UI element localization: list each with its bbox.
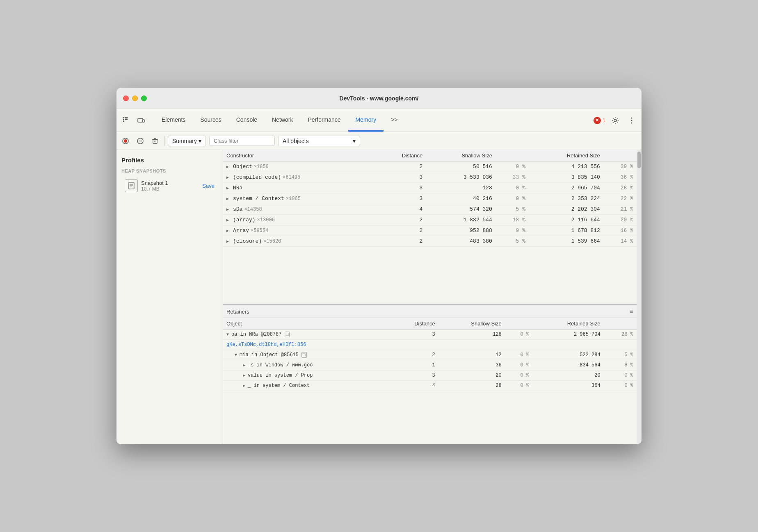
ret-cell-retained: 834 564 bbox=[532, 360, 604, 371]
heap-table-row[interactable]: ▶ (array) ×13006 2 1 882 544 18 % 2 116 … bbox=[223, 215, 637, 225]
heap-cell-retained-pct: 36 % bbox=[603, 172, 637, 183]
heap-tbody: ▶ Object ×1856 2 50 516 0 % 4 213 556 39… bbox=[223, 161, 637, 247]
tab-more[interactable]: >> bbox=[384, 109, 405, 132]
ret-cell-shallow: 36 bbox=[438, 360, 505, 371]
heap-table: Constructor Distance Shallow Size Retain… bbox=[223, 150, 637, 247]
retainer-table-row[interactable]: ▼ oa in NRa @208787 □ 3 128 0 % 2 965 70… bbox=[223, 330, 637, 340]
ret-cell-shallow: 12 bbox=[438, 350, 505, 360]
svg-rect-4 bbox=[123, 120, 124, 122]
class-filter-input[interactable] bbox=[209, 136, 275, 146]
close-button[interactable] bbox=[123, 95, 129, 101]
col-shallow-pct bbox=[495, 150, 529, 161]
expand-arrow: ▶ bbox=[226, 218, 231, 223]
heap-cell-shallow-pct: 0 % bbox=[495, 193, 529, 204]
summary-dropdown[interactable]: Summary ▾ bbox=[168, 136, 206, 146]
titlebar: DevTools - www.google.com/ bbox=[116, 88, 642, 109]
retainers-label: Retainers bbox=[226, 309, 249, 315]
tab-performance[interactable]: Performance bbox=[300, 109, 348, 132]
heap-cell-distance: 2 bbox=[374, 225, 426, 236]
scrollbar-thumb[interactable] bbox=[637, 152, 641, 168]
ret-cell-shallow-pct: 0 % bbox=[505, 360, 532, 371]
heap-cell-retained: 2 353 224 bbox=[529, 193, 603, 204]
minimize-button[interactable] bbox=[132, 95, 138, 101]
retainer-table-row[interactable]: ▶ _ in system / Context 4 28 0 % 364 0 % bbox=[223, 381, 637, 391]
retainers-menu-icon[interactable]: ≡ bbox=[630, 308, 633, 315]
heap-cell-retained: 2 202 304 bbox=[529, 204, 603, 215]
col-retained-pct bbox=[603, 150, 637, 161]
responsive-icon[interactable] bbox=[135, 114, 148, 127]
heap-cell-shallow: 952 888 bbox=[426, 225, 495, 236]
error-icon: ✕ bbox=[594, 117, 601, 124]
heap-cell-shallow-pct: 0 % bbox=[495, 161, 529, 172]
retainer-table-row[interactable]: ▶ value in system / Prop 3 20 0 % 20 0 % bbox=[223, 371, 637, 381]
expand-arrow: ▶ bbox=[226, 186, 231, 191]
cursor-icon[interactable] bbox=[120, 114, 133, 127]
heap-table-row[interactable]: ▶ NRa 3 128 0 % 2 965 704 28 % bbox=[223, 183, 637, 193]
snapshot-info: Snapshot 1 10.7 MB bbox=[141, 180, 199, 192]
nav-right: ✕ 1 bbox=[594, 114, 638, 127]
settings-icon[interactable] bbox=[609, 114, 622, 127]
ret-cell-distance bbox=[390, 340, 438, 350]
ret-cell-shallow: 28 bbox=[438, 381, 505, 391]
retainer-table-row[interactable]: ▶ _s in Window / www.goo 1 36 0 % 834 56… bbox=[223, 360, 637, 371]
heap-table-row[interactable]: ▶ Array ×59554 2 952 888 9 % 1 678 812 1… bbox=[223, 225, 637, 236]
delete-button[interactable] bbox=[149, 135, 161, 147]
heap-cell-retained-pct: 22 % bbox=[603, 193, 637, 204]
ret-col-retained-pct bbox=[604, 318, 637, 330]
scrollbar-track[interactable] bbox=[637, 150, 642, 444]
svg-rect-0 bbox=[123, 117, 124, 118]
heap-table-row[interactable]: ▶ sDa ×14358 4 574 320 5 % 2 202 304 21 … bbox=[223, 204, 637, 215]
ret-cell-object: ▶ _ in system / Context bbox=[223, 381, 390, 391]
heap-table-row[interactable]: ▶ (closure) ×15620 2 483 380 5 % 1 539 6… bbox=[223, 236, 637, 247]
ret-col-shallow-pct bbox=[505, 318, 532, 330]
record-button[interactable] bbox=[120, 135, 131, 147]
tab-network[interactable]: Network bbox=[265, 109, 300, 132]
tab-console[interactable]: Console bbox=[229, 109, 265, 132]
heap-table-row[interactable]: ▶ system / Context ×1065 3 40 216 0 % 2 … bbox=[223, 193, 637, 204]
all-objects-dropdown[interactable]: All objects ▾ bbox=[278, 136, 360, 146]
retainer-table-row[interactable]: ▼ mia in Object @85615 □ 2 12 0 % 522 28… bbox=[223, 350, 637, 360]
ret-cell-distance: 3 bbox=[390, 371, 438, 381]
tab-elements[interactable]: Elements bbox=[154, 109, 193, 132]
ret-cell-retained: 522 284 bbox=[532, 350, 604, 360]
expand-arrow: ▶ bbox=[226, 196, 231, 201]
heap-cell-shallow-pct: 33 % bbox=[495, 172, 529, 183]
error-badge[interactable]: ✕ 1 bbox=[594, 117, 605, 124]
maximize-button[interactable] bbox=[141, 95, 147, 101]
ret-cell-distance: 1 bbox=[390, 360, 438, 371]
heap-cell-shallow: 128 bbox=[426, 183, 495, 193]
toolbar-divider bbox=[164, 136, 164, 146]
svg-rect-5 bbox=[125, 119, 126, 120]
heap-cell-shallow-pct: 0 % bbox=[495, 183, 529, 193]
expand-arrow: ▶ bbox=[226, 228, 231, 233]
nav-bar: Elements Sources Console Network Perform… bbox=[116, 109, 642, 132]
more-icon[interactable] bbox=[625, 114, 638, 127]
heap-snapshots-label: HEAP SNAPSHOTS bbox=[121, 168, 218, 173]
expand-arrow: ▶ bbox=[226, 207, 231, 212]
heap-cell-shallow: 483 380 bbox=[426, 236, 495, 247]
heap-cell-constructor: ▶ (array) ×13006 bbox=[223, 215, 374, 225]
heap-table-row[interactable]: ▶ (compiled code) ×61495 3 3 533 036 33 … bbox=[223, 172, 637, 183]
clear-button[interactable] bbox=[135, 135, 146, 147]
heap-table-row[interactable]: ▶ Object ×1856 2 50 516 0 % 4 213 556 39… bbox=[223, 161, 637, 172]
data-panel: Constructor Distance Shallow Size Retain… bbox=[223, 150, 642, 444]
heap-cell-retained: 4 213 556 bbox=[529, 161, 603, 172]
ret-cell-shallow-pct bbox=[505, 340, 532, 350]
ret-col-retained: Retained Size bbox=[532, 318, 604, 330]
retainer-table-row[interactable]: gKe,sTsDMc,dtl0hd,eHDfl:856 bbox=[223, 340, 637, 350]
ret-cell-retained-pct: 0 % bbox=[604, 381, 637, 391]
ret-cell-retained: 2 965 704 bbox=[532, 330, 604, 340]
ret-col-shallow: Shallow Size bbox=[438, 318, 505, 330]
tab-sources[interactable]: Sources bbox=[193, 109, 228, 132]
heap-cell-retained-pct: 39 % bbox=[603, 161, 637, 172]
snapshot-save-link[interactable]: Save bbox=[202, 183, 215, 189]
heap-cell-shallow-pct: 9 % bbox=[495, 225, 529, 236]
snapshot-item[interactable]: Snapshot 1 10.7 MB Save bbox=[121, 177, 218, 195]
tab-memory[interactable]: Memory bbox=[348, 109, 384, 132]
ret-cell-object: ▶ value in system / Prop bbox=[223, 371, 390, 381]
ret-cell-shallow-pct: 0 % bbox=[505, 330, 532, 340]
heap-cell-retained-pct: 28 % bbox=[603, 183, 637, 193]
retainers-tbody: ▼ oa in NRa @208787 □ 3 128 0 % 2 965 70… bbox=[223, 330, 637, 391]
ret-cell-retained-pct bbox=[604, 340, 637, 350]
col-retained-size: Retained Size bbox=[529, 150, 603, 161]
